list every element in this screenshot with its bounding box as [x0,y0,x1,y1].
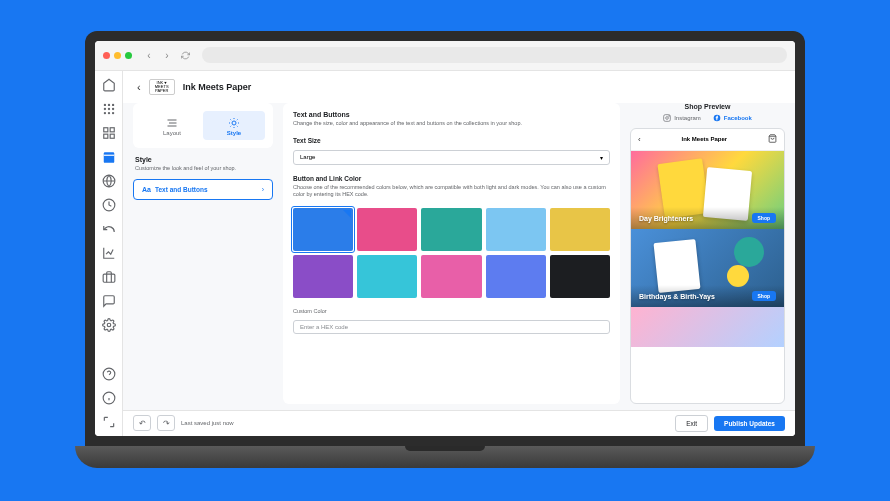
color-swatches [293,208,610,298]
maximize-dot[interactable] [125,52,132,59]
tab-layout[interactable]: Layout [141,111,203,140]
undo-button[interactable]: ↶ [133,415,151,431]
hex-input[interactable]: Enter a HEX code [293,320,610,334]
grid-icon[interactable] [101,101,117,117]
color-swatch[interactable] [550,255,610,298]
color-swatch[interactable] [357,208,417,251]
section-desc: Change the size, color and appearance of… [293,120,610,127]
preview-tab-facebook[interactable]: Facebook [713,114,752,122]
svg-point-18 [107,323,111,327]
tab-style[interactable]: Style [203,111,265,140]
text-size-label: Text Size [293,137,610,144]
clock-icon[interactable] [101,197,117,213]
svg-rect-14 [103,154,114,155]
preview-column: Shop Preview Instagram Facebook [630,103,785,404]
shop-logo: INK ♥ MEETS PAPER [149,79,175,95]
svg-rect-13 [103,152,114,163]
svg-rect-17 [103,274,115,282]
screen-bezel: ‹ › [85,31,805,446]
shop-button[interactable]: Shop [752,291,777,301]
svg-rect-11 [103,134,107,138]
instagram-icon [663,114,671,122]
text-and-buttons-item[interactable]: Aa Text and Buttons › [133,179,273,200]
color-swatch[interactable] [550,208,610,251]
publish-button[interactable]: Publish Updates [714,416,785,431]
calendar-icon[interactable] [101,149,117,165]
svg-rect-12 [110,134,114,138]
color-swatch[interactable] [293,255,353,298]
svg-point-8 [111,111,113,113]
style-title: Style [135,156,271,163]
color-swatch[interactable] [421,208,481,251]
laptop-base [75,446,815,468]
section-title: Text and Buttons [293,111,610,118]
phone-header: ‹ Ink Meets Paper [631,129,784,151]
svg-point-5 [111,107,113,109]
color-swatch[interactable] [421,255,481,298]
text-icon: Aa [142,186,151,193]
collection-card[interactable]: Birthdays & Birth-Yays Shop [631,229,784,307]
laptop-mockup: ‹ › [85,31,805,471]
back-icon[interactable]: ‹ [142,48,156,62]
svg-point-24 [232,121,236,125]
chevron-right-icon: › [262,186,264,193]
content-row: Layout Style Style Customize the look an… [123,103,795,410]
text-size-value: Large [300,154,315,160]
globe-icon[interactable] [101,173,117,189]
phone-preview: ‹ Ink Meets Paper Day Brighteners [630,128,785,404]
help-icon[interactable] [101,366,117,382]
close-dot[interactable] [103,52,110,59]
layout-icon[interactable] [101,125,117,141]
facebook-icon [713,114,721,122]
settings-icon[interactable] [101,317,117,333]
svg-rect-9 [103,127,107,131]
minimize-dot[interactable] [114,52,121,59]
list-item-label: Text and Buttons [155,186,258,193]
collection-card[interactable] [631,307,784,347]
phone-shop-title: Ink Meets Paper [681,136,727,142]
page-title: Ink Meets Paper [183,82,252,92]
text-size-select[interactable]: Large ▾ [293,150,610,165]
card-overlay: Day Brighteners Shop [631,207,784,229]
cart-icon[interactable] [768,134,777,145]
preview-tab-instagram[interactable]: Instagram [663,114,701,122]
svg-point-1 [107,103,109,105]
color-label: Button and Link Color [293,175,610,182]
svg-point-2 [111,103,113,105]
card-image [631,307,784,347]
color-swatch[interactable] [357,255,417,298]
svg-point-27 [669,115,670,116]
chat-icon[interactable] [101,293,117,309]
page-header: ‹ INK ♥ MEETS PAPER Ink Meets Paper [123,71,795,103]
collection-card[interactable]: Day Brighteners Shop [631,151,784,229]
chevron-down-icon: ▾ [600,154,603,161]
expand-icon[interactable] [101,414,117,430]
window-controls [103,52,132,59]
shop-button[interactable]: Shop [752,213,777,223]
refresh-icon[interactable] [178,48,192,62]
info-icon[interactable] [101,390,117,406]
chart-icon[interactable] [101,245,117,261]
style-tab-icon [228,115,240,127]
svg-point-7 [107,111,109,113]
style-desc: Customize the look and feel of your shop… [135,165,271,171]
exit-button[interactable]: Exit [675,415,708,432]
mode-tabs: Layout Style [133,103,273,148]
redo-button[interactable]: ↷ [157,415,175,431]
color-swatch[interactable] [486,255,546,298]
app-body: ‹ INK ♥ MEETS PAPER Ink Meets Paper Layo… [95,71,795,436]
phone-back-icon[interactable]: ‹ [638,135,641,144]
forward-icon[interactable]: › [160,48,174,62]
back-button[interactable]: ‹ [137,81,141,93]
undo-icon[interactable] [101,221,117,237]
color-desc: Choose one of the recommended colors bel… [293,184,610,198]
svg-point-3 [103,107,105,109]
preview-tabs: Instagram Facebook [630,114,785,122]
url-bar[interactable] [202,47,787,63]
tab-layout-label: Layout [163,130,181,136]
home-icon[interactable] [101,77,117,93]
color-swatch[interactable] [293,208,353,251]
color-swatch[interactable] [486,208,546,251]
briefcase-icon[interactable] [101,269,117,285]
card-overlay: Birthdays & Birth-Yays Shop [631,285,784,307]
